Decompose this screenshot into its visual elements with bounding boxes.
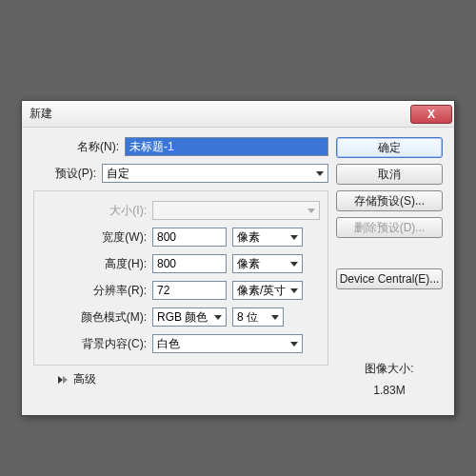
colormode-row: 颜色模式(M): RGB 颜色 8 位 — [42, 307, 320, 327]
name-row: 名称(N): — [33, 137, 328, 156]
side-column: 确定 取消 存储预设(S)... 删除预设(D)... Device Centr… — [336, 137, 443, 402]
bg-select[interactable]: 白色 — [152, 334, 303, 353]
dialog-body: 名称(N): 预设(P): 自定 大小(I): — [22, 128, 454, 415]
height-label: 高度(H): — [42, 256, 152, 272]
width-label: 宽度(W): — [42, 229, 152, 246]
imagesize-value: 1.83M — [336, 380, 443, 402]
cancel-button[interactable]: 取消 — [336, 164, 443, 185]
close-button[interactable]: X — [410, 105, 452, 124]
colormode-label: 颜色模式(M): — [42, 309, 152, 326]
chevron-down-icon — [290, 235, 298, 240]
width-unit-select[interactable]: 像素 — [232, 228, 303, 247]
image-size-info: 图像大小: 1.83M — [336, 358, 443, 402]
chevron-double-icon — [58, 376, 68, 384]
advanced-label: 高级 — [73, 371, 96, 387]
chevron-down-icon — [290, 262, 298, 267]
resolution-unit-select[interactable]: 像素/英寸 — [232, 281, 303, 300]
height-unit-value: 像素 — [237, 256, 287, 272]
preset-label: 预设(P): — [33, 166, 102, 182]
name-input[interactable] — [125, 137, 328, 156]
size-label: 大小(I): — [42, 203, 152, 219]
size-select — [152, 201, 320, 220]
dialog-title: 新建 — [30, 106, 410, 122]
height-unit-select[interactable]: 像素 — [232, 254, 303, 273]
save-preset-button[interactable]: 存储预设(S)... — [336, 190, 443, 211]
colordepth-value: 8 位 — [237, 309, 268, 326]
preset-fieldset: 大小(I): 宽度(W): 像素 高度(H): — [33, 190, 328, 366]
colordepth-select[interactable]: 8 位 — [232, 307, 284, 327]
chevron-down-icon — [316, 171, 324, 176]
chevron-down-icon — [271, 315, 279, 320]
width-row: 宽度(W): 像素 — [42, 228, 320, 247]
resolution-unit-value: 像素/英寸 — [237, 283, 287, 299]
resolution-input[interactable] — [152, 281, 227, 300]
imagesize-label: 图像大小: — [336, 358, 443, 380]
name-label: 名称(N): — [33, 139, 125, 155]
close-icon: X — [427, 108, 435, 121]
chevron-down-icon — [290, 342, 298, 347]
chevron-down-icon — [307, 208, 315, 213]
new-document-dialog: 新建 X 名称(N): 预设(P): 自定 大小(I): — [21, 100, 455, 416]
preset-row: 预设(P): 自定 — [33, 164, 328, 183]
delete-preset-button: 删除预设(D)... — [336, 217, 443, 238]
resolution-row: 分辨率(R): 像素/英寸 — [42, 281, 320, 300]
width-unit-value: 像素 — [237, 229, 287, 246]
bg-label: 背景内容(C): — [42, 336, 152, 352]
advanced-toggle[interactable]: 高级 — [33, 371, 328, 387]
size-row: 大小(I): — [42, 201, 320, 220]
titlebar[interactable]: 新建 X — [22, 101, 454, 128]
bg-row: 背景内容(C): 白色 — [42, 334, 320, 353]
height-input[interactable] — [152, 254, 227, 273]
preset-select[interactable]: 自定 — [102, 164, 328, 183]
chevron-down-icon — [290, 288, 298, 293]
chevron-down-icon — [214, 315, 222, 320]
width-input[interactable] — [152, 228, 227, 247]
bg-value: 白色 — [157, 336, 287, 352]
colormode-value: RGB 颜色 — [157, 309, 210, 326]
height-row: 高度(H): 像素 — [42, 254, 320, 273]
device-central-button[interactable]: Device Central(E)... — [336, 268, 443, 289]
preset-value: 自定 — [107, 166, 312, 182]
form-column: 名称(N): 预设(P): 自定 大小(I): — [33, 137, 328, 402]
ok-button[interactable]: 确定 — [336, 137, 443, 158]
colormode-select[interactable]: RGB 颜色 — [152, 307, 227, 327]
resolution-label: 分辨率(R): — [42, 283, 152, 299]
